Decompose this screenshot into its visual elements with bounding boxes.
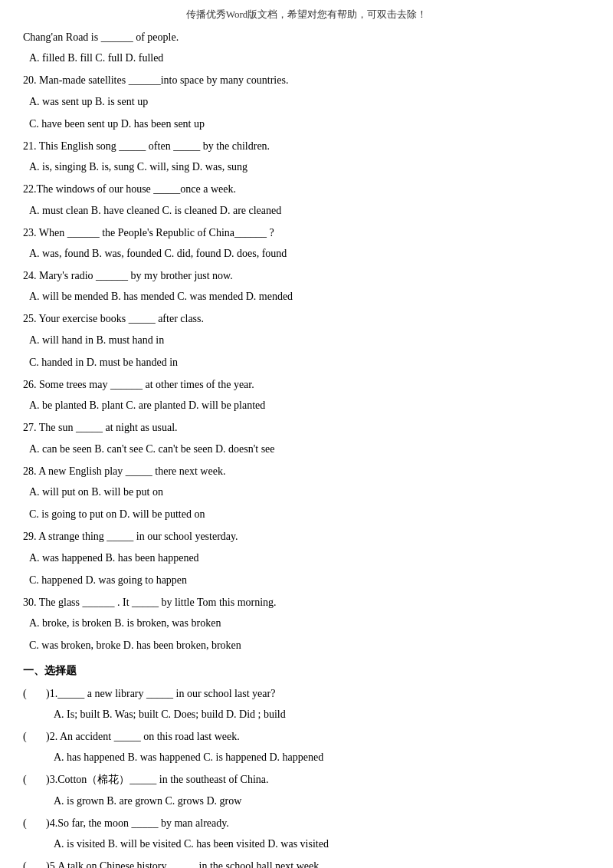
choice-question-5: ( )5.A talk on Chinese history _____ in … xyxy=(23,856,590,868)
main-content: Chang'an Road is ______ of people. A. fi… xyxy=(23,28,590,868)
options-intro: A. filled B. fill C. full D. fulled xyxy=(23,48,590,67)
options-25b: C. handed in D. must be handed in xyxy=(23,353,590,372)
section-title: 一、选择题 xyxy=(23,661,590,680)
options-21: A. is, singing B. is, sung C. will, sing… xyxy=(23,157,590,176)
question-25: 25. Your exercise books _____ after clas… xyxy=(23,309,590,328)
options-20a: A. was sent up B. is sent up xyxy=(23,92,590,111)
options-27: A. can be seen B. can't see C. can't be … xyxy=(23,439,590,459)
options-20b: C. have been sent up D. has been sent up xyxy=(23,114,590,133)
page-header: 传播优秀Word版文档，希望对您有帮助，可双击去除！ xyxy=(23,8,590,21)
question-20: 20. Man-made satellites ______into space… xyxy=(23,71,590,90)
cq4-options: A. is visited B. will be visited C. has … xyxy=(23,834,590,853)
choice-question-4: ( )4.So far, the moon _____ by man alrea… xyxy=(23,814,590,853)
question-intro: Chang'an Road is ______ of people. xyxy=(23,28,590,47)
options-22: A. must clean B. have cleaned C. is clea… xyxy=(23,201,590,220)
question-28: 28. A new English play _____ there next … xyxy=(23,462,590,481)
options-28a: A. will put on B. will be put on xyxy=(23,482,590,501)
options-28b: C. is going to put on D. will be putted … xyxy=(23,505,590,524)
question-29: 29. A strange thing _____ in our school … xyxy=(23,527,590,546)
question-23: 23. When ______ the People's Republic of… xyxy=(23,223,590,242)
question-27: 27. The sun _____ at night as usual. xyxy=(23,418,590,437)
cq1-line: ( )1._____ a new library _____ in our sc… xyxy=(23,684,590,703)
options-23: A. was, found B. was, founded C. did, fo… xyxy=(23,244,590,263)
cq3-options: A. is grown B. are grown C. grows D. gro… xyxy=(23,791,590,810)
question-24: 24. Mary's radio ______ by my brother ju… xyxy=(23,266,590,285)
question-30: 30. The glass ______ . It _____ by littl… xyxy=(23,593,590,612)
question-21: 21. This English song _____ often _____ … xyxy=(23,136,590,156)
cq1-options: A. Is; built B. Was; built C. Does; buil… xyxy=(23,705,590,724)
question-26: 26. Some trees may ______ at other times… xyxy=(23,375,590,394)
cq5-line: ( )5.A talk on Chinese history _____ in … xyxy=(23,856,590,868)
options-30b: C. was broken, broke D. has been broken,… xyxy=(23,636,590,655)
options-26: A. be planted B. plant C. are planted D.… xyxy=(23,396,590,415)
header-text: 传播优秀Word版文档，希望对您有帮助，可双击去除！ xyxy=(186,8,428,20)
cq2-options: A. has happened B. was happened C. is ha… xyxy=(23,748,590,767)
options-29b: C. happened D. was going to happen xyxy=(23,570,590,590)
choice-question-2: ( )2. An accident _____ on this road las… xyxy=(23,727,590,767)
cq4-line: ( )4.So far, the moon _____ by man alrea… xyxy=(23,814,590,833)
options-24: A. will be mended B. has mended C. was m… xyxy=(23,287,590,306)
options-25a: A. will hand in B. must hand in xyxy=(23,330,590,350)
options-30a: A. broke, is broken B. is broken, was br… xyxy=(23,613,590,633)
cq3-line: ( )3.Cotton（棉花）_____ in the southeast of… xyxy=(23,770,590,789)
cq2-line: ( )2. An accident _____ on this road las… xyxy=(23,727,590,746)
choice-question-1: ( )1._____ a new library _____ in our sc… xyxy=(23,684,590,724)
question-22: 22.The windows of our house _____once a … xyxy=(23,179,590,199)
choice-questions-container: ( )1._____ a new library _____ in our sc… xyxy=(23,684,590,868)
options-29a: A. was happened B. has been happened xyxy=(23,548,590,567)
choice-question-3: ( )3.Cotton（棉花）_____ in the southeast of… xyxy=(23,770,590,810)
